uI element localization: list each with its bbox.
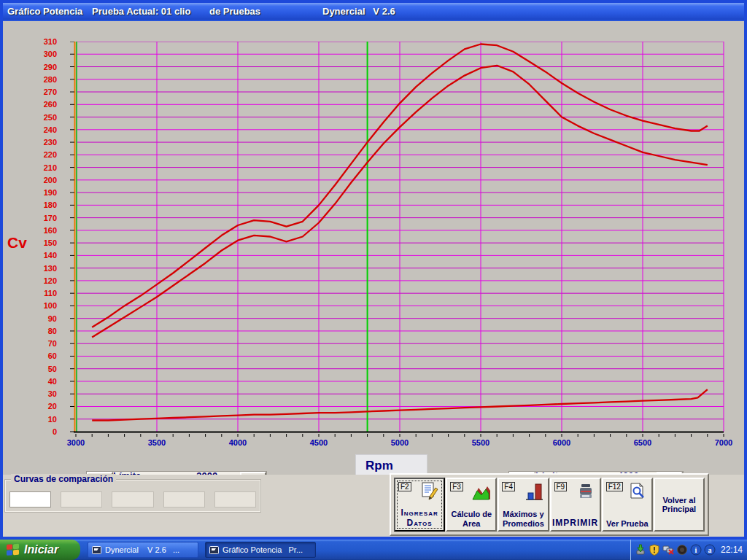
app-window: Gráfico Potencia Prueba Actual: 01 clio …	[0, 0, 747, 540]
maximos-y-promedios-button[interactable]: F4 Máximos y Promedios	[498, 478, 549, 532]
start-button[interactable]: Iniciar	[0, 540, 80, 560]
y-axis-tick-label: 20	[25, 402, 57, 411]
toolbar-panel: F2 Ingresar Datos F3 Cálculo de Area F4	[390, 473, 709, 536]
y-axis-tick-label: 70	[25, 339, 57, 348]
app-window-icon	[209, 546, 219, 554]
start-button-label: Iniciar	[24, 543, 58, 556]
y-axis-tick-label: 40	[25, 377, 57, 386]
language-icon[interactable]: a	[704, 544, 716, 556]
title-bar: Gráfico Potencia Prueba Actual: 01 clio …	[3, 3, 744, 21]
y-axis-tick-label: 140	[25, 251, 57, 260]
taskbar-item-label: Dynercial V 2.6 ...	[105, 545, 179, 554]
imprimir-button[interactable]: F9 IMPRIMIR	[550, 478, 601, 532]
y-axis-tick-label: 300	[25, 50, 57, 58]
taskbar-clock: 22:14	[721, 545, 743, 555]
title-program-version: Dynercial V 2.6	[322, 6, 395, 17]
y-axis-title: Cv	[7, 234, 27, 252]
y-axis-tick-label: 110	[25, 289, 57, 298]
y-axis-tick-label: 60	[25, 351, 57, 360]
y-axis-tick-label: 280	[25, 75, 57, 84]
y-axis-tick-label: 260	[25, 100, 57, 109]
ingresar-datos-caption: Ingresar Datos	[395, 508, 444, 528]
comparison-slot-4[interactable]	[163, 491, 205, 508]
y-axis-tick-label: 220	[25, 150, 57, 159]
security-shield-icon[interactable]	[649, 544, 660, 556]
x-axis-tick-label: 3500	[139, 438, 175, 447]
power-curve-plot	[70, 42, 734, 441]
maximos-y-promedios-caption: Máximos y Promedios	[499, 510, 547, 528]
f9-key-label: F9	[554, 482, 568, 491]
taskbar-item-label: Gráfico Potencia Pr...	[222, 545, 303, 554]
comparison-slot-1[interactable]	[9, 491, 51, 508]
updater-icon[interactable]	[635, 544, 646, 556]
y-axis-tick-label: 130	[25, 264, 57, 273]
x-axis-tick-label: 4000	[220, 438, 256, 447]
info-icon[interactable]: i	[690, 544, 702, 556]
x-axis-tick-label: 3000	[58, 438, 94, 447]
taskbar-item-dynercial[interactable]: Dynercial V 2.6 ...	[88, 542, 198, 558]
title-app-section: Gráfico Potencia	[7, 6, 82, 17]
y-axis-tick-label: 270	[25, 88, 57, 96]
title-test-source: de Pruebas	[209, 6, 260, 17]
app-window-icon	[92, 546, 101, 554]
network-offline-icon[interactable]	[662, 544, 674, 556]
chart-area: Cv 0102030405060708090100110120130140150…	[3, 21, 744, 475]
f12-key-label: F12	[606, 482, 623, 491]
comparison-slot-5[interactable]	[214, 491, 256, 508]
comparison-curves-group: Curvas de comparación	[4, 479, 261, 513]
y-axis-tick-label: 10	[25, 415, 57, 424]
x-axis-labels: 300035004000450050005500600065007000	[70, 438, 734, 450]
y-axis-tick-label: 210	[25, 163, 57, 172]
svg-text:a: a	[708, 546, 712, 554]
x-axis-tick-label: 5500	[462, 438, 499, 447]
ver-prueba-button[interactable]: F12 Ver Prueba	[602, 478, 653, 532]
x-axis-tick-label: 6000	[543, 438, 580, 447]
page-magnifier-icon	[627, 482, 648, 502]
ingresar-datos-button[interactable]: F2 Ingresar Datos	[394, 478, 445, 532]
imprimir-caption: IMPRIMIR	[551, 518, 600, 528]
calculo-de-area-caption: Cálculo de Area	[447, 510, 495, 528]
taskbar-item-grafico-potencia[interactable]: Gráfico Potencia Pr...	[205, 542, 316, 558]
y-axis-tick-label: 230	[25, 138, 57, 147]
y-axis-tick-label: 100	[25, 301, 57, 310]
y-axis-tick-label: 180	[25, 201, 57, 209]
title-current-test: Prueba Actual: 01 clio	[92, 6, 190, 17]
volver-al-principal-button[interactable]: Volver al Principal	[654, 478, 705, 532]
document-pencil-icon	[419, 482, 440, 502]
dark-app-icon[interactable]	[676, 544, 688, 556]
printer-icon	[576, 482, 596, 502]
y-axis-tick-label: 80	[25, 327, 57, 335]
ver-prueba-caption: Ver Prueba	[603, 519, 651, 528]
x-axis-tick-label: 4500	[301, 438, 337, 447]
y-axis-tick-label: 200	[25, 176, 57, 184]
calculo-de-area-button[interactable]: F3 Cálculo de Area	[446, 478, 497, 532]
f4-key-label: F4	[502, 482, 515, 491]
area-chart-icon	[471, 482, 492, 502]
y-axis-labels: 0102030405060708090100110120130140150160…	[25, 42, 57, 439]
y-axis-tick-label: 190	[25, 188, 57, 197]
taskbar: Iniciar Dynercial V 2.6 ... Gráfico Pote…	[0, 540, 747, 560]
volver-al-principal-caption: Volver al Principal	[655, 479, 703, 530]
y-axis-tick-label: 0	[25, 427, 57, 436]
y-axis-tick-label: 120	[25, 276, 57, 285]
y-axis-tick-label: 290	[25, 63, 57, 71]
y-axis-tick-label: 250	[25, 113, 57, 122]
y-axis-tick-label: 30	[25, 389, 57, 398]
x-axis-tick-label: 5000	[382, 438, 418, 447]
y-axis-tick-label: 240	[25, 125, 57, 134]
f2-key-label: F2	[398, 482, 411, 491]
comparison-slot-2[interactable]	[61, 491, 102, 508]
x-axis-tick-label: 6500	[624, 438, 661, 447]
x-axis-tick-label: 7000	[705, 438, 742, 447]
comparison-slot-3[interactable]	[112, 491, 153, 508]
windows-logo-icon	[6, 543, 20, 557]
y-axis-tick-label: 310	[25, 37, 57, 46]
svg-text:i: i	[695, 546, 697, 554]
f3-key-label: F3	[450, 482, 463, 491]
bar-chart-icon	[524, 482, 544, 502]
y-axis-tick-label: 170	[25, 214, 57, 222]
system-tray: i a 22:14	[630, 540, 747, 560]
y-axis-tick-label: 150	[25, 238, 57, 247]
y-axis-tick-label: 50	[25, 365, 57, 373]
comparison-curves-title: Curvas de comparación	[11, 474, 116, 484]
